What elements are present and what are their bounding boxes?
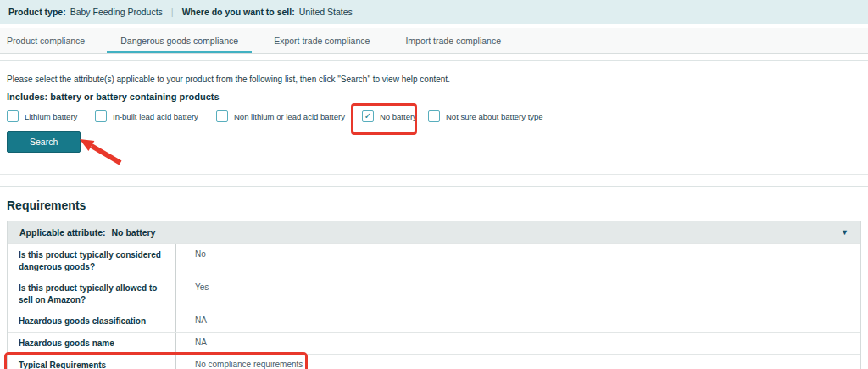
requirements-heading: Requirements bbox=[7, 198, 868, 212]
applicable-attribute-label: Applicable attribute: bbox=[19, 227, 106, 238]
row-label: Typical Requirements bbox=[8, 355, 176, 369]
search-button-area: Search bbox=[7, 131, 81, 153]
marketplace-value: United States bbox=[299, 7, 353, 17]
checkbox-item-not-sure[interactable]: Not sure about battery type bbox=[428, 110, 543, 122]
product-type-value: Baby Feeding Products bbox=[70, 7, 163, 17]
table-row-hazardous-classification: Hazardous goods classification NA bbox=[8, 310, 860, 332]
checkbox-label[interactable]: Not sure about battery type bbox=[446, 112, 543, 121]
checkbox-label[interactable]: Lithium battery bbox=[25, 112, 77, 121]
attribute-selection-panel: Please select the attribute(s) applicabl… bbox=[0, 75, 868, 153]
includes-heading: Includes: battery or battery containing … bbox=[7, 92, 868, 102]
section-divider-bottom bbox=[0, 175, 868, 187]
compliance-tabs: Product compliance Dangerous goods compl… bbox=[0, 28, 868, 54]
checkbox-item-non-lithium[interactable]: Non lithium or lead acid battery bbox=[216, 110, 362, 122]
row-label: Hazardous goods name bbox=[8, 333, 176, 354]
tab-import-trade-compliance[interactable]: Import trade compliance bbox=[392, 28, 515, 53]
table-row-dangerous-goods: Is this product typically considered dan… bbox=[8, 243, 860, 277]
tab-export-trade-compliance[interactable]: Export trade compliance bbox=[260, 28, 383, 53]
product-type-label: Product type: bbox=[8, 7, 66, 17]
row-label: Is this product typically considered dan… bbox=[8, 244, 176, 277]
checkbox-item-inbuilt-lead-acid[interactable]: In-built lead acid battery bbox=[95, 110, 216, 122]
checkbox-label[interactable]: In-built lead acid battery bbox=[113, 112, 198, 121]
table-row-hazardous-name: Hazardous goods name NA bbox=[8, 332, 860, 354]
instruction-text: Please select the attribute(s) applicabl… bbox=[7, 75, 868, 84]
section-divider-top bbox=[0, 153, 868, 175]
context-divider: | bbox=[171, 7, 174, 17]
checkbox-item-no-battery[interactable]: ✓ No battery bbox=[362, 110, 428, 122]
checkbox-not-sure[interactable] bbox=[428, 110, 440, 122]
row-value: Yes bbox=[176, 277, 860, 310]
requirements-table: Applicable attribute: No battery ▼ Is th… bbox=[7, 221, 861, 369]
table-row-allowed-to-sell: Is this product typically allowed to sel… bbox=[8, 277, 860, 310]
checkbox-lithium-battery[interactable] bbox=[7, 110, 19, 122]
row-value: No compliance requirements bbox=[176, 355, 860, 369]
context-bar: Product type: Baby Feeding Products | Wh… bbox=[0, 0, 868, 24]
row-value: NA bbox=[176, 333, 860, 354]
checkbox-inbuilt-lead-acid[interactable] bbox=[95, 110, 107, 122]
tab-dangerous-goods-compliance[interactable]: Dangerous goods compliance bbox=[107, 28, 252, 53]
tab-product-compliance[interactable]: Product compliance bbox=[0, 28, 98, 53]
checkbox-non-lithium[interactable] bbox=[216, 110, 228, 122]
requirements-table-header[interactable]: Applicable attribute: No battery ▼ bbox=[8, 221, 860, 243]
collapse-caret-icon[interactable]: ▼ bbox=[841, 228, 849, 237]
search-button[interactable]: Search bbox=[7, 131, 81, 153]
checkbox-item-lithium-battery[interactable]: Lithium battery bbox=[7, 110, 95, 122]
row-value: NA bbox=[176, 310, 860, 332]
row-label: Is this product typically allowed to sel… bbox=[8, 277, 176, 310]
checkbox-label[interactable]: Non lithium or lead acid battery bbox=[234, 112, 345, 121]
table-row-typical-requirements: Typical Requirements No compliance requi… bbox=[8, 354, 860, 369]
checkbox-label[interactable]: No battery bbox=[380, 112, 417, 121]
battery-checkbox-row: Lithium battery In-built lead acid batte… bbox=[7, 109, 868, 124]
checkbox-no-battery-checked[interactable]: ✓ bbox=[362, 110, 374, 122]
applicable-attribute-value: No battery bbox=[112, 227, 156, 238]
row-value: No bbox=[176, 244, 860, 277]
marketplace-label: Where do you want to sell: bbox=[182, 7, 295, 17]
tabstrip-underline bbox=[0, 54, 868, 61]
row-label: Hazardous goods classification bbox=[8, 310, 176, 332]
